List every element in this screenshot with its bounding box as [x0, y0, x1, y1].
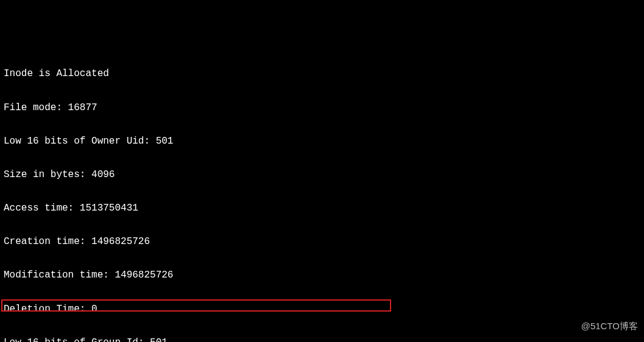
size-bytes: Size in bytes: 4096 [4, 169, 640, 180]
inode-allocated: Inode is Allocated [4, 68, 640, 79]
watermark-text: @51CTO博客 [581, 321, 638, 331]
creation-time: Creation time: 1496825726 [4, 236, 640, 247]
group-id: Low 16 bits of Group Id: 501 [4, 337, 640, 342]
modification-time: Modification time: 1496825726 [4, 270, 640, 281]
owner-uid: Low 16 bits of Owner Uid: 501 [4, 136, 640, 147]
deletion-time: Deletion Time: 0 [4, 304, 640, 315]
access-time: Access time: 1513750431 [4, 203, 640, 214]
file-mode: File mode: 16877 [4, 102, 640, 113]
terminal-output: Inode is Allocated File mode: 16877 Low … [4, 46, 640, 342]
